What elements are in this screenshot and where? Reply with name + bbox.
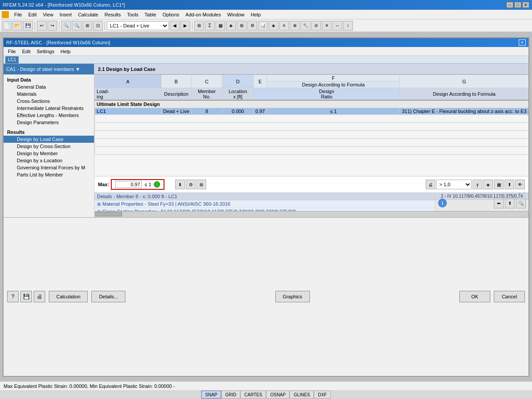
dr-btn1[interactable]: ⬅	[494, 199, 504, 208]
tree-general-data[interactable]: General Data	[4, 83, 94, 90]
max-print-btn[interactable]: 🖨	[426, 180, 435, 189]
menu-view[interactable]: View	[40, 11, 56, 18]
toolbar-open[interactable]: 📂	[12, 21, 22, 31]
snap-cartes[interactable]: CARTES	[240, 391, 266, 399]
cancel-button[interactable]: Cancel	[494, 291, 525, 302]
tree-design-member[interactable]: Design by Member	[4, 150, 94, 157]
toolbar-redo[interactable]: ↪	[47, 21, 57, 31]
max-filter-btn[interactable]: γ	[473, 180, 482, 189]
toolbar-btn10[interactable]: ⊕	[290, 21, 300, 31]
menu-window[interactable]: Window	[224, 11, 247, 18]
menu-table[interactable]: Table	[142, 11, 159, 18]
title-bar-buttons[interactable]: ─ □ ✕	[506, 2, 529, 8]
max-tb-btn3[interactable]: ⊞	[196, 180, 206, 189]
tree-effective-lengths[interactable]: Effective Lengths - Members	[4, 112, 94, 119]
toolbar-forward[interactable]: ▶	[180, 21, 190, 31]
sub-menu-help[interactable]: Help	[58, 48, 73, 55]
tree-design-load-case[interactable]: Design by Load Case	[4, 136, 94, 143]
toolbar-save[interactable]: 💾	[23, 21, 33, 31]
max-view-btn[interactable]: ◈	[483, 180, 493, 189]
tree-intermediate-lateral[interactable]: Intermediate Lateral Restraints	[4, 105, 94, 112]
left-panel-header: CA1 - Design of steel members ▼	[4, 64, 94, 74]
tree-design-x-location[interactable]: Design by x-Location	[4, 157, 94, 164]
load-case-combo[interactable]: LC1 - Dead + Live	[107, 21, 169, 30]
toolbar-back[interactable]: ◀	[170, 21, 180, 31]
max-tb-btn2[interactable]: ⚙	[186, 180, 196, 189]
toolbar-btn2[interactable]: Σ	[205, 21, 215, 31]
toolbar-btn7[interactable]: 📊	[258, 21, 268, 31]
details-button[interactable]: Details...	[91, 291, 125, 302]
tab-lc1[interactable]: LC1	[5, 56, 19, 63]
sub-close-button[interactable]: ✕	[519, 39, 526, 46]
max-table-btn[interactable]: ▦	[494, 180, 504, 189]
snap-dxf[interactable]: DXF	[314, 391, 331, 399]
tree-parts-list[interactable]: Parts List by Member	[4, 171, 94, 178]
close-button[interactable]: ✕	[522, 2, 529, 8]
toolbar-zoom-fit[interactable]: ⊞	[82, 21, 92, 31]
toolbar-btn5[interactable]: ⊞	[237, 21, 246, 31]
toolbar-btn1[interactable]: ⊞	[194, 21, 204, 31]
toolbar-btn12[interactable]: ⊘	[311, 21, 321, 31]
tree-materials[interactable]: Materials	[4, 90, 94, 98]
save-icon-button[interactable]: 💾	[20, 291, 32, 302]
menu-options[interactable]: Options	[160, 11, 182, 18]
tree-cross-sections[interactable]: Cross-Sections	[4, 98, 94, 105]
menu-file[interactable]: File	[12, 11, 25, 18]
menu-tools[interactable]: Tools	[124, 11, 141, 18]
help-icon-button[interactable]: ?	[7, 291, 19, 302]
horizontal-scrollbar[interactable]	[94, 211, 528, 217]
print-icon-button[interactable]: 🖨	[34, 291, 45, 302]
dr-btn2[interactable]: ⬆	[505, 199, 515, 208]
max-combo[interactable]: > 1,0	[436, 180, 472, 189]
sub-menu-settings[interactable]: Settings	[34, 48, 57, 55]
max-tb-btn1[interactable]: ⬇	[175, 180, 185, 189]
tree-design-cross-section[interactable]: Design by Cross-Section	[4, 143, 94, 150]
toolbar-new[interactable]: 📄	[2, 21, 12, 31]
toolbar-zoom-out[interactable]: 🔍	[72, 21, 82, 31]
toolbar-btn3[interactable]: ▦	[215, 21, 225, 31]
snap-snap[interactable]: SNAP	[201, 391, 221, 399]
toolbar-btn14[interactable]: ↔	[332, 21, 342, 31]
toolbar-zoom-in[interactable]: 🔍	[61, 21, 71, 31]
snap-grid[interactable]: GRID	[221, 391, 240, 399]
in-label: [in]	[519, 193, 525, 193]
table-row[interactable]: LC1 Dead + Live 8 0.000 0.97 ≤ 1 311) Ch…	[95, 108, 529, 115]
toolbar-btn8[interactable]: ◈	[269, 21, 278, 31]
max-export-btn[interactable]: ⬆	[505, 180, 514, 189]
toolbar-undo[interactable]: ↩	[37, 21, 47, 31]
menu-results[interactable]: Results	[102, 11, 124, 18]
toolbar-btn6[interactable]: ⚙	[247, 21, 257, 31]
dr-btn3[interactable]: 🔍	[516, 199, 526, 208]
col-header-f2: Design According to Formula	[267, 82, 400, 88]
col-desc-header: Description	[161, 88, 192, 101]
info-button[interactable]: i	[438, 199, 447, 207]
empty-row-5	[95, 147, 529, 155]
tree-design-params[interactable]: Design Parameters	[4, 119, 94, 126]
snap-glines[interactable]: GLINES	[289, 391, 314, 399]
menu-edit[interactable]: Edit	[26, 11, 39, 18]
ok-button[interactable]: OK	[459, 291, 490, 302]
sub-menu-edit[interactable]: Edit	[20, 48, 33, 55]
toolbar-zoom-window[interactable]: ⊡	[93, 21, 103, 31]
restore-button[interactable]: □	[514, 2, 521, 8]
graphics-button[interactable]: Graphics	[275, 291, 310, 302]
max-value-input[interactable]	[115, 181, 142, 188]
toolbar-btn9[interactable]: ≡	[279, 21, 289, 31]
toolbar-btn13[interactable]: ✕	[322, 21, 332, 31]
calculation-button[interactable]: Calculation	[49, 291, 88, 302]
menu-insert[interactable]: Insert	[57, 11, 74, 18]
toolbar-btn11[interactable]: 🔧	[301, 21, 310, 31]
menu-calculate[interactable]: Calculate	[75, 11, 101, 18]
minimize-button[interactable]: ─	[506, 2, 513, 8]
toolbar-btn15[interactable]: ↕	[343, 21, 353, 31]
scrollbar-thumb[interactable]	[95, 212, 122, 216]
sub-menu-file[interactable]: File	[5, 48, 19, 55]
snap-osnap[interactable]: OSNAP	[266, 391, 289, 399]
cell-ratio: 0.97	[254, 108, 267, 115]
section-material[interactable]: Material Properties - Steel Fy=33 | ANSI…	[94, 200, 435, 208]
menu-help[interactable]: Help	[248, 11, 264, 18]
max-eye-btn[interactable]: 👁	[515, 180, 525, 189]
toolbar-btn4[interactable]: ◈	[226, 21, 236, 31]
menu-addon[interactable]: Add-on Modules	[183, 11, 223, 18]
tree-governing-internal[interactable]: Governing Internal Forces by M	[4, 164, 94, 171]
